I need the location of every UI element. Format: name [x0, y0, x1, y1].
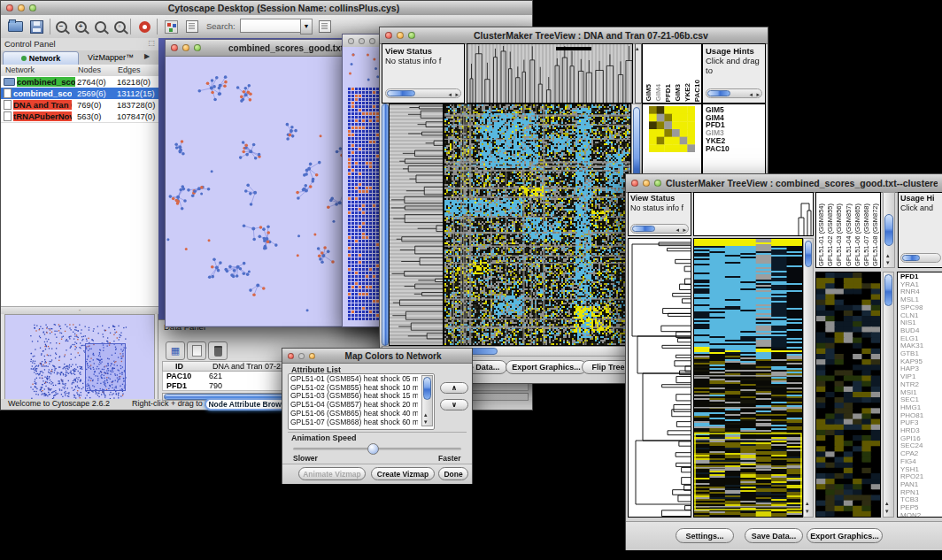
- move-up-button[interactable]: ∧: [440, 382, 468, 394]
- column-label[interactable]: YKE2: [683, 83, 692, 102]
- close-icon[interactable]: [631, 180, 638, 187]
- minimize-icon[interactable]: [298, 353, 305, 359]
- treeview2-global-heatmap-canvas[interactable]: [694, 239, 802, 517]
- treeview1-column-dendrogram-canvas[interactable]: [467, 44, 632, 103]
- zoom-out-button[interactable]: −: [50, 18, 72, 35]
- slider-thumb[interactable]: [367, 443, 379, 455]
- col-header-edges[interactable]: Edges: [118, 65, 141, 74]
- column-label[interactable]: GPL51-07 (GSM868): [862, 203, 871, 266]
- column-label[interactable]: PAC10: [693, 80, 702, 102]
- column-label[interactable]: GPL51-01 (GSM854): [817, 203, 826, 266]
- zoom-window-icon[interactable]: [194, 44, 201, 51]
- save-session-button[interactable]: [26, 18, 47, 35]
- close-icon[interactable]: [171, 44, 178, 51]
- attribute-list-scrollbar[interactable]: ▴ ▾: [421, 375, 433, 426]
- treeview2-settings-button[interactable]: Settings...: [676, 528, 734, 543]
- treeview1-status-scroll-thumb[interactable]: [387, 90, 415, 96]
- more-tabs-button[interactable]: ▶: [144, 52, 150, 60]
- data-col-id[interactable]: ID: [175, 362, 183, 371]
- move-down-button[interactable]: ∨: [440, 399, 468, 410]
- search-dropdown-button[interactable]: ▼: [300, 19, 313, 35]
- treeview2-zoom-vscrollbar[interactable]: ▴ ▾: [883, 272, 894, 518]
- network-list-row[interactable]: combined_scores 2764(0) 16218(0): [1, 76, 158, 88]
- gene-label[interactable]: MON2: [900, 512, 942, 518]
- minimize-icon[interactable]: [18, 4, 25, 12]
- scroll-left-icon[interactable]: ◂: [749, 91, 753, 97]
- col-header-network[interactable]: Network: [5, 65, 35, 74]
- attribute-list-scroll-thumb[interactable]: [423, 377, 431, 400]
- scroll-down-icon[interactable]: ▾: [885, 508, 889, 514]
- float-panel-icon[interactable]: ⬚: [148, 39, 155, 47]
- create-vizmap-button[interactable]: Create Vizmap: [371, 467, 435, 480]
- treeview1-global-heatmap-canvas[interactable]: [444, 104, 630, 345]
- treeview2-export-graphics-button[interactable]: Export Graphics...: [807, 528, 883, 543]
- treeview2-status-scrollbar[interactable]: ◂ ▸: [630, 224, 689, 234]
- column-label[interactable]: PFD1: [664, 84, 673, 102]
- treeview2-usage-scroll-thumb[interactable]: [902, 255, 920, 261]
- treeview1-usage-scrollbar[interactable]: ◂ ▸: [706, 88, 762, 98]
- col-header-nodes[interactable]: Nodes: [78, 65, 101, 74]
- minimize-icon[interactable]: [397, 32, 404, 39]
- zoom-window-icon[interactable]: [29, 4, 36, 12]
- scroll-down-icon[interactable]: ▾: [886, 259, 890, 265]
- scroll-up-icon[interactable]: ▴: [806, 500, 809, 506]
- treeview2-column-tree-canvas[interactable]: [694, 193, 813, 235]
- scroll-up-icon[interactable]: ▴: [636, 45, 639, 51]
- column-label[interactable]: GPL51-06 (GSM865): [853, 203, 862, 266]
- column-label[interactable]: GIM5: [645, 84, 653, 102]
- treeview2-row-dendrogram-canvas[interactable]: [629, 239, 691, 517]
- zoom-window-icon[interactable]: [309, 353, 315, 359]
- treeview2-label-vscroll-thumb[interactable]: [884, 214, 893, 246]
- scroll-up-icon[interactable]: ▴: [886, 252, 890, 258]
- treeview2-usage-scrollbar[interactable]: [900, 253, 941, 263]
- open-session-button[interactable]: [4, 18, 26, 35]
- treeview2-vscrollbar[interactable]: ▴ ▾: [803, 238, 814, 518]
- scroll-right-icon[interactable]: ▸: [683, 226, 686, 233]
- treeview1-zoom-heatmap-canvas[interactable]: [649, 106, 695, 152]
- network-report-button[interactable]: [314, 18, 336, 35]
- scroll-left-icon[interactable]: ◂: [676, 226, 679, 233]
- column-label[interactable]: GPL51-02 (GSM855): [826, 203, 835, 266]
- tab-network[interactable]: Network: [3, 51, 79, 65]
- zoom-selected-button[interactable]: [89, 18, 111, 35]
- treeview1-row-dendrogram-canvas[interactable]: [390, 104, 443, 345]
- help-button[interactable]: [134, 18, 155, 35]
- scroll-up-icon[interactable]: ▴: [424, 411, 428, 418]
- close-icon[interactable]: [385, 32, 392, 39]
- column-label[interactable]: GIM4: [654, 84, 663, 102]
- treeview1-export-graphics-button[interactable]: Export Graphics...: [506, 360, 587, 374]
- inactive-zoom-icon[interactable]: [369, 38, 375, 44]
- treeview2-zoom-heatmap-canvas[interactable]: [816, 272, 880, 517]
- node-attribute-browser-button[interactable]: Node Attribute Brows: [205, 398, 290, 410]
- attribute-select-button[interactable]: ▦: [166, 341, 185, 360]
- map-colors-titlebar[interactable]: Map Colors to Network: [282, 349, 472, 364]
- tab-vizmapper[interactable]: VizMapper™: [79, 51, 143, 64]
- column-label[interactable]: GIM3: [674, 84, 683, 102]
- animation-speed-slider[interactable]: [293, 448, 461, 450]
- treeview1-titlebar[interactable]: ClusterMaker TreeView : DNA and Tran 07-…: [380, 27, 768, 44]
- column-label[interactable]: GPL51-08 (GSM872): [871, 203, 880, 266]
- close-icon[interactable]: [288, 353, 294, 359]
- done-button[interactable]: Done: [438, 467, 468, 480]
- zoom-window-icon[interactable]: [408, 32, 415, 39]
- birdseye-grip[interactable]: ⁃: [1, 306, 158, 314]
- scroll-down-icon[interactable]: ▾: [806, 508, 809, 514]
- scroll-right-icon[interactable]: ▸: [756, 91, 760, 97]
- treeview2-save-data-button[interactable]: Save Data...: [745, 528, 803, 543]
- network-list-row[interactable]: tRNAPuberNov2+ 563(0) 107847(0): [1, 111, 158, 122]
- network-list-row[interactable]: combined_sco 2569(6) 13112(15): [1, 88, 158, 99]
- attribute-list-item[interactable]: GPL51-07 (GSM868) heat shock 60 min: [290, 418, 418, 426]
- treeview1-label-scroll[interactable]: ▴: [635, 43, 642, 104]
- annotation-button[interactable]: [181, 18, 203, 35]
- treeview2-label-vscrollbar[interactable]: ▴ ▾: [883, 192, 895, 268]
- animate-vizmap-button[interactable]: Animate Vizmap: [298, 467, 366, 480]
- treeview1-status-scrollbar[interactable]: ◂ ▸: [385, 88, 461, 98]
- birdseye-overview-canvas[interactable]: [4, 314, 155, 404]
- network-list-row[interactable]: DNA and Tran 07 769(0) 183728(0): [1, 99, 158, 111]
- zoom-in-button[interactable]: +: [70, 18, 91, 35]
- treeview2-titlebar[interactable]: ClusterMaker TreeView : combined_scores_…: [626, 174, 942, 193]
- inactive-close-icon[interactable]: [348, 38, 354, 44]
- scroll-right-icon[interactable]: ▸: [455, 91, 459, 97]
- close-icon[interactable]: [6, 4, 13, 12]
- treeview1-usage-scroll-thumb[interactable]: [707, 90, 730, 96]
